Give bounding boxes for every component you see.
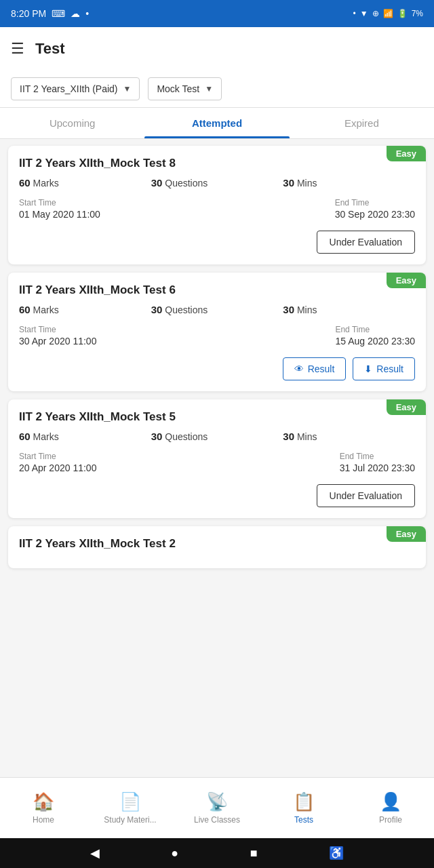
card-stats-2: 60 Marks 30 Questions 30 Mins xyxy=(19,304,415,315)
card-actions-2: 👁 Result ⬇ Result xyxy=(19,355,415,380)
nav-tests[interactable]: 📋 Tests xyxy=(260,778,347,838)
menu-icon[interactable]: ☰ xyxy=(11,40,24,58)
nav-live-classes[interactable]: 📡 Live Classes xyxy=(174,778,260,838)
network-icon: ⊕ xyxy=(372,9,379,18)
accessibility-button[interactable]: ♿ xyxy=(329,846,344,861)
dot-icon: • xyxy=(85,8,89,19)
download-result-button-2[interactable]: ⬇ Result xyxy=(353,357,415,380)
easy-badge-1: Easy xyxy=(387,146,426,161)
study-material-icon: 📄 xyxy=(119,791,141,812)
home-icon: 🏠 xyxy=(33,791,54,812)
test-type-dropdown-label: Mock Test xyxy=(157,83,199,94)
card-actions-3: Under Evaluation xyxy=(19,481,415,507)
card-title-4: IIT 2 Years XIIth_Mock Test 2 xyxy=(19,537,415,551)
test-type-dropdown-arrow: ▼ xyxy=(205,84,213,94)
bottom-nav: 🏠 Home 📄 Study Materi... 📡 Live Classes … xyxy=(0,777,434,838)
stat-marks-1: 60 Marks xyxy=(19,177,151,189)
card-actions-1: Under Evaluation xyxy=(19,228,415,254)
test-card-mock8: Easy IIT 2 Years XIIth_Mock Test 8 60 Ma… xyxy=(8,146,426,264)
battery-text: 7% xyxy=(412,9,423,18)
time-row-3: Start Time 20 Apr 2020 11:00 End Time 31… xyxy=(19,452,415,473)
end-time-block-2: End Time 15 Aug 2020 23:30 xyxy=(335,325,415,347)
card-title-3: IIT 2 Years XIIth_Mock Test 5 xyxy=(19,410,415,424)
end-time-block-1: End Time 30 Sep 2020 23:30 xyxy=(335,198,415,220)
under-evaluation-button-3[interactable]: Under Evaluation xyxy=(317,484,415,507)
status-icons: • ▼ ⊕ 📶 🔋 7% xyxy=(353,9,423,18)
nav-profile-label: Profile xyxy=(379,815,402,825)
card-stats-1: 60 Marks 30 Questions 30 Mins xyxy=(19,177,415,189)
time-text: 8:20 PM xyxy=(11,8,46,19)
stat-marks-2: 60 Marks xyxy=(19,304,151,315)
signal-icon: 📶 xyxy=(383,9,393,18)
card-stats-3: 60 Marks 30 Questions 30 Mins xyxy=(19,431,415,442)
download-icon: ⬇ xyxy=(364,363,372,374)
stat-questions-1: 30 Questions xyxy=(151,177,283,189)
stat-mins-1: 30 Mins xyxy=(283,177,415,189)
tests-icon: 📋 xyxy=(293,791,315,812)
app-title: Test xyxy=(35,40,65,58)
status-bar: 8:20 PM ⌨ ☁ • • ▼ ⊕ 📶 🔋 7% xyxy=(0,0,434,27)
stat-mins-3: 30 Mins xyxy=(283,431,415,442)
dot-small-icon: • xyxy=(353,9,356,18)
status-time: 8:20 PM ⌨ ☁ • xyxy=(11,8,89,19)
keyboard-icon: ⌨ xyxy=(52,8,65,19)
recents-button[interactable]: ■ xyxy=(250,846,258,861)
back-button[interactable]: ◀ xyxy=(90,846,100,861)
nav-study-label: Study Materi... xyxy=(104,815,156,825)
easy-badge-3: Easy xyxy=(387,399,426,415)
easy-badge-2: Easy xyxy=(387,273,426,288)
easy-badge-4: Easy xyxy=(387,526,426,542)
home-button[interactable]: ● xyxy=(171,846,178,861)
cloud-icon: ☁ xyxy=(71,8,80,19)
live-classes-icon: 📡 xyxy=(206,791,228,812)
start-time-block-3: Start Time 20 Apr 2020 11:00 xyxy=(19,452,96,473)
test-card-mock5: Easy IIT 2 Years XIIth_Mock Test 5 60 Ma… xyxy=(8,399,426,518)
test-card-mock2: Easy IIT 2 Years XIIth_Mock Test 2 xyxy=(8,526,426,568)
tab-attempted[interactable]: Attempted xyxy=(144,108,289,138)
profile-icon: 👤 xyxy=(380,791,401,812)
time-row-2: Start Time 30 Apr 2020 11:00 End Time 15… xyxy=(19,325,415,347)
eye-icon: 👁 xyxy=(294,363,304,374)
stat-mins-2: 30 Mins xyxy=(283,304,415,315)
card-title-1: IIT 2 Years XIIth_Mock Test 8 xyxy=(19,157,415,170)
tab-upcoming[interactable]: Upcoming xyxy=(0,108,144,138)
test-type-dropdown[interactable]: Mock Test ▼ xyxy=(148,77,222,100)
start-time-block-1: Start Time 01 May 2020 11:00 xyxy=(19,198,100,220)
tab-expired[interactable]: Expired xyxy=(290,108,434,138)
course-dropdown[interactable]: IIT 2 Years_XIIth (Paid) ▼ xyxy=(11,77,140,100)
start-time-block-2: Start Time 30 Apr 2020 11:00 xyxy=(19,325,96,347)
stat-marks-3: 60 Marks xyxy=(19,431,151,442)
system-nav-bar: ◀ ● ■ ♿ xyxy=(0,838,434,868)
battery-icon: 🔋 xyxy=(397,9,408,18)
end-time-block-3: End Time 31 Jul 2020 23:30 xyxy=(340,452,415,473)
nav-profile[interactable]: 👤 Profile xyxy=(347,778,434,838)
view-result-button-2[interactable]: 👁 Result xyxy=(283,357,347,380)
under-evaluation-button-1[interactable]: Under Evaluation xyxy=(317,231,415,254)
app-bar: ☰ Test xyxy=(0,27,434,71)
course-dropdown-arrow: ▼ xyxy=(123,84,132,94)
nav-home[interactable]: 🏠 Home xyxy=(0,778,87,838)
test-list: Easy IIT 2 Years XIIth_Mock Test 8 60 Ma… xyxy=(0,139,434,629)
nav-live-label: Live Classes xyxy=(194,815,240,825)
time-row-1: Start Time 01 May 2020 11:00 End Time 30… xyxy=(19,198,415,220)
nav-study-material[interactable]: 📄 Study Materi... xyxy=(87,778,174,838)
tabs-container: Upcoming Attempted Expired xyxy=(0,108,434,139)
stat-questions-2: 30 Questions xyxy=(151,304,283,315)
wifi-icon: ▼ xyxy=(360,9,368,18)
test-card-mock6: Easy IIT 2 Years XIIth_Mock Test 6 60 Ma… xyxy=(8,273,426,391)
stat-questions-3: 30 Questions xyxy=(151,431,283,442)
card-title-2: IIT 2 Years XIIth_Mock Test 6 xyxy=(19,283,415,297)
course-dropdown-label: IIT 2 Years_XIIth (Paid) xyxy=(20,83,118,94)
nav-tests-label: Tests xyxy=(294,815,313,825)
nav-home-label: Home xyxy=(33,815,54,825)
filters-row: IIT 2 Years_XIIth (Paid) ▼ Mock Test ▼ xyxy=(0,71,434,108)
